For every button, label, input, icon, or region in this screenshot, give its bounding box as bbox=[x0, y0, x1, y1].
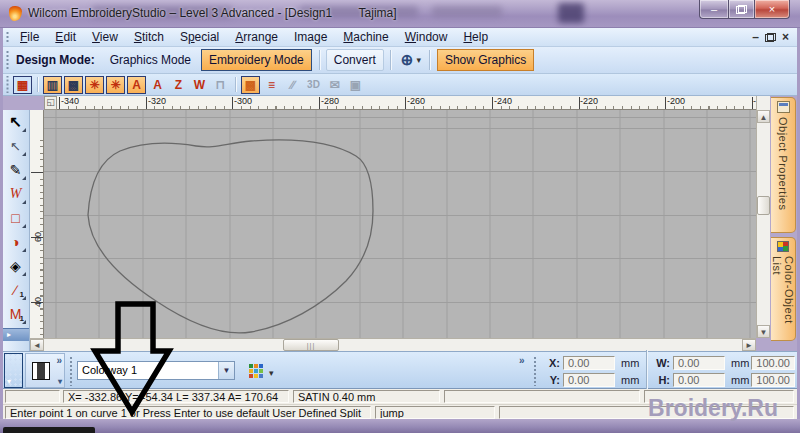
menu-special[interactable]: Special bbox=[172, 28, 227, 46]
ruler-origin-button[interactable]: ◱ bbox=[44, 96, 57, 110]
column-b-icon[interactable]: A bbox=[148, 76, 167, 94]
x-label: X: bbox=[542, 357, 560, 369]
envelope-icon[interactable]: ✉ bbox=[325, 76, 344, 94]
globe-dropdown-caret[interactable]: ▾ bbox=[415, 55, 425, 65]
reshape-tool[interactable]: ↖ bbox=[3, 134, 28, 158]
dock-expand-icon[interactable]: ▾ bbox=[58, 377, 62, 386]
toolbar-grip[interactable] bbox=[5, 76, 10, 93]
scroll-right-icon[interactable]: ► bbox=[742, 339, 756, 351]
application-window: Wilcom EmbroideryStudio – Level 3 Advanc… bbox=[0, 0, 800, 433]
knife-tool[interactable]: ✎ bbox=[3, 158, 28, 182]
palette-dropdown-caret[interactable]: ▾ bbox=[269, 368, 274, 378]
scroll-down-icon[interactable]: ▼ bbox=[757, 325, 770, 338]
ruler-label: -280 bbox=[318, 96, 339, 106]
restore-button[interactable] bbox=[728, 0, 755, 19]
dock-expand-icon[interactable]: ▾ bbox=[7, 377, 11, 386]
fill-shape-tool[interactable]: □ bbox=[3, 206, 28, 230]
w-label: W: bbox=[652, 357, 670, 369]
horizontal-scrollbar[interactable]: ◄ ||| ► bbox=[30, 338, 756, 351]
satin-fill-icon[interactable]: ▥ bbox=[43, 76, 62, 94]
toolbar-grip[interactable] bbox=[5, 49, 10, 71]
overflow-chevron-icon[interactable]: » bbox=[56, 355, 62, 366]
ruler-label: -200 bbox=[664, 96, 685, 106]
tool-badge: 1 bbox=[20, 290, 24, 299]
outline-run-icon[interactable]: ▦ bbox=[13, 76, 32, 94]
menu-arrange[interactable]: Arrange bbox=[227, 28, 286, 46]
separator bbox=[390, 50, 391, 70]
e-stitch-icon[interactable]: W bbox=[190, 76, 209, 94]
menu-help[interactable]: Help bbox=[455, 28, 496, 46]
toolbar-grip[interactable] bbox=[5, 30, 10, 44]
close-icon: × bbox=[769, 3, 775, 15]
ruler-label: -320 bbox=[145, 96, 166, 106]
x-field[interactable]: 0.00 bbox=[563, 356, 615, 370]
polyline-run-tool[interactable]: M1 bbox=[3, 302, 28, 326]
h-field[interactable]: 0.00 bbox=[673, 373, 725, 387]
basket-weave-icon[interactable]: ▣ bbox=[346, 76, 365, 94]
combobox-caret-icon[interactable]: ▼ bbox=[218, 362, 234, 379]
child-restore-icon[interactable] bbox=[765, 33, 776, 42]
colorway-combobox[interactable]: Colorway 1 ▼ bbox=[77, 361, 235, 380]
color-palette-icon[interactable] bbox=[249, 364, 253, 368]
select-tool[interactable]: ↖ bbox=[3, 110, 28, 134]
menu-image[interactable]: Image bbox=[286, 28, 335, 46]
object-properties-icon bbox=[777, 101, 790, 113]
closed-shape-tool[interactable]: ◈ bbox=[3, 254, 28, 278]
color-wheel-icon: ◑ bbox=[11, 234, 19, 250]
graphics-mode-button[interactable]: Graphics Mode bbox=[103, 50, 198, 70]
globe-icon[interactable]: ⊕ bbox=[395, 51, 416, 69]
vertical-ruler: 60 40 bbox=[30, 110, 44, 338]
restore-icon bbox=[736, 5, 747, 14]
scale-w-field[interactable]: 100.00 bbox=[751, 356, 795, 370]
square-stitch-icon[interactable]: ⊓ bbox=[211, 76, 230, 94]
horizontal-scroll-thumb[interactable]: ||| bbox=[283, 339, 339, 351]
menu-view[interactable]: View bbox=[84, 28, 126, 46]
vertical-scrollbar[interactable]: ▲ ▼ bbox=[756, 96, 770, 338]
tatami-fill-icon[interactable]: ▩ bbox=[64, 76, 83, 94]
show-graphics-button[interactable]: Show Graphics bbox=[437, 49, 534, 71]
vertical-scroll-thumb[interactable] bbox=[757, 196, 770, 215]
menu-window[interactable]: Window bbox=[397, 28, 456, 46]
caption-buttons: – × bbox=[699, 0, 790, 19]
child-close-icon[interactable]: × bbox=[782, 32, 789, 42]
scroll-left-icon[interactable]: ◄ bbox=[30, 339, 44, 351]
motif-fill-icon[interactable]: ≡ bbox=[262, 76, 281, 94]
w-field[interactable]: 0.00 bbox=[673, 356, 725, 370]
palette-overflow-grip[interactable]: ▸ bbox=[3, 328, 29, 341]
lettering-tool[interactable]: W bbox=[3, 182, 28, 206]
pointer-coordinates: X= -332.86 Y= -54.34 L= 337.34 A= 170.64 bbox=[63, 390, 289, 403]
cross-hatch-icon[interactable]: ∕∕ bbox=[283, 76, 302, 94]
3d-effect-icon[interactable]: 3D bbox=[304, 76, 323, 94]
menu-machine[interactable]: Machine bbox=[335, 28, 396, 46]
program-split-icon[interactable]: ▩ bbox=[241, 76, 260, 94]
fountain-fill-alt-icon[interactable]: ✳ bbox=[106, 76, 125, 94]
child-window-controls: – × bbox=[752, 32, 797, 42]
lettering-icon: W bbox=[10, 186, 22, 202]
y-field[interactable]: 0.00 bbox=[563, 373, 615, 387]
convert-button[interactable]: Convert bbox=[326, 49, 384, 71]
color-wheel-tool[interactable]: ◑ bbox=[3, 230, 28, 254]
toolbar-grip[interactable] bbox=[69, 356, 74, 386]
menu-edit[interactable]: Edit bbox=[47, 28, 84, 46]
fountain-fill-icon[interactable]: ✳ bbox=[85, 76, 104, 94]
menu-file[interactable]: File bbox=[12, 28, 47, 46]
run-line-tool[interactable]: ∕1 bbox=[3, 278, 28, 302]
minimize-button[interactable]: – bbox=[699, 0, 728, 19]
child-minimize-icon[interactable]: – bbox=[752, 32, 759, 42]
zigzag-stitch-icon[interactable]: Z bbox=[169, 76, 188, 94]
stitch-toolbar: ▦ ▥ ▩ ✳ ✳ A A Z W ⊓ ▩ ≡ ∕∕ 3D ✉ ▣ bbox=[3, 74, 797, 96]
tab-color-object-list[interactable]: Color-Object List bbox=[771, 237, 796, 341]
menu-stitch[interactable]: Stitch bbox=[126, 28, 172, 46]
design-canvas[interactable] bbox=[44, 110, 756, 338]
watermark: Broidery.Ru bbox=[648, 395, 778, 422]
docked-toolbar-handle[interactable]: ▾ bbox=[4, 353, 23, 388]
embroidery-mode-button[interactable]: Embroidery Mode bbox=[201, 49, 312, 71]
tab-object-properties[interactable]: Object Properties bbox=[771, 97, 796, 233]
toolbar-grip[interactable] bbox=[533, 356, 538, 386]
scroll-up-icon[interactable]: ▲ bbox=[757, 110, 770, 123]
scale-h-field[interactable]: 100.00 bbox=[751, 373, 795, 387]
column-a-icon[interactable]: A bbox=[127, 76, 146, 94]
image-tool-icon[interactable] bbox=[32, 362, 50, 380]
overflow-chevron-icon[interactable]: » bbox=[519, 355, 525, 366]
close-button[interactable]: × bbox=[755, 0, 790, 19]
